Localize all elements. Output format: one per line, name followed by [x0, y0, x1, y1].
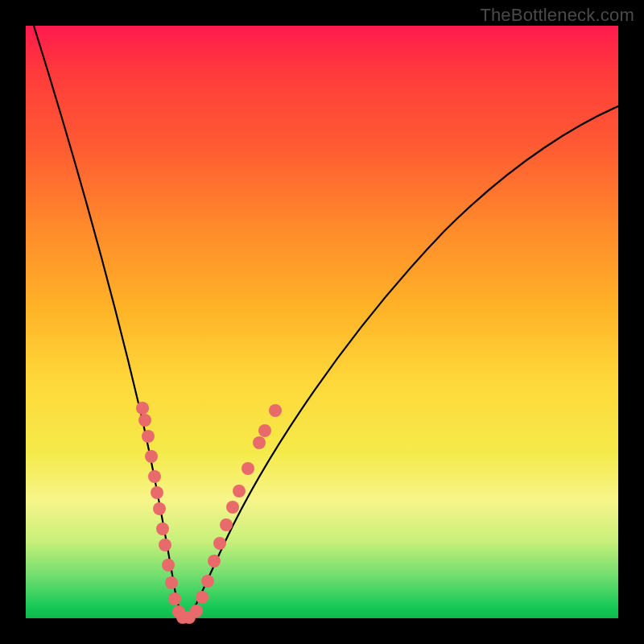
data-dot: [151, 486, 163, 499]
chart-frame: TheBottleneck.com: [0, 0, 644, 644]
data-dot: [213, 537, 226, 550]
data-dot: [168, 592, 181, 605]
data-dot: [165, 576, 178, 589]
data-dot: [208, 555, 221, 568]
data-dot: [138, 414, 151, 427]
data-dot: [136, 402, 149, 415]
data-dot: [142, 430, 155, 443]
data-dot: [156, 522, 169, 535]
data-dot: [220, 518, 233, 531]
data-dot: [162, 559, 175, 572]
data-dot: [145, 450, 158, 463]
curve-layer: [26, 26, 618, 618]
data-dot: [242, 462, 254, 475]
data-dot: [258, 424, 271, 437]
data-dot: [190, 605, 203, 617]
plot-area: [26, 26, 618, 618]
data-dot: [233, 485, 246, 497]
data-dot: [148, 470, 161, 483]
data-dot: [253, 436, 266, 449]
data-dot: [196, 591, 208, 604]
curve-right: [188, 106, 618, 618]
data-dot: [153, 502, 166, 515]
data-dot: [269, 404, 282, 417]
watermark-text: TheBottleneck.com: [480, 5, 634, 26]
data-dot: [159, 539, 171, 551]
data-dot: [226, 501, 239, 514]
data-dot: [201, 575, 214, 588]
